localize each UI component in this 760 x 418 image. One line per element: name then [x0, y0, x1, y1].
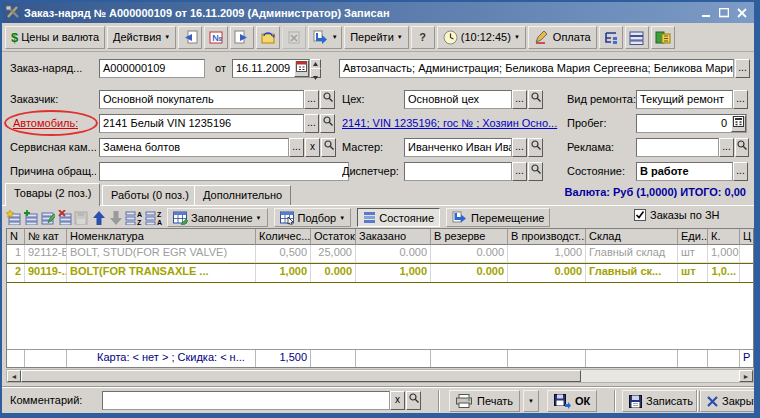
list-settings-button[interactable]	[625, 26, 649, 49]
tab-extra[interactable]: Дополнительно	[194, 185, 291, 205]
list-icon	[629, 30, 645, 45]
edit-row-button[interactable]	[39, 208, 56, 227]
next-document-button[interactable]	[230, 26, 254, 49]
edit-row-pencil-icon	[40, 210, 55, 225]
campaign-open-button[interactable]	[321, 138, 336, 157]
customer-open-button[interactable]	[320, 90, 335, 109]
calendar-button[interactable]	[294, 60, 309, 77]
dispatcher-field[interactable]	[404, 162, 512, 181]
set-number-button[interactable]: №	[204, 26, 228, 49]
calculator-icon	[733, 116, 744, 127]
delete-row-button[interactable]	[56, 208, 73, 227]
move-button[interactable]: Перемещение	[446, 208, 550, 227]
fill-button[interactable]: Заполнение▼	[167, 208, 268, 227]
previous-document-button[interactable]	[178, 26, 202, 49]
table-row[interactable]: 1 92112-B0... BOLT, STUD(FOR EGR VALVE) …	[7, 245, 754, 263]
date-spin-down[interactable]	[310, 68, 321, 78]
shop-select-button[interactable]: ...	[512, 90, 527, 109]
repair-type-select-button[interactable]: ...	[733, 90, 748, 109]
sort-asc-button[interactable]: AZ	[124, 208, 144, 227]
comment-field[interactable]	[102, 391, 390, 410]
table-row-selected[interactable]: 2 90119-... BOLT(FOR TRANSAXLE ... 1,000…	[7, 263, 754, 283]
pick-button[interactable]: Подбор▼	[274, 208, 352, 227]
master-open-button[interactable]	[528, 138, 543, 157]
reason-field[interactable]	[99, 162, 349, 181]
master-field[interactable]: Иванченко Иван Иванов	[404, 138, 512, 157]
organization-field[interactable]: Автозапчасть; Администрация; Беликова Ма…	[339, 59, 734, 78]
campaign-select-button[interactable]: ...	[289, 138, 304, 157]
move-up-button[interactable]	[90, 208, 107, 227]
state-select-button[interactable]: ...	[733, 162, 748, 181]
help-button[interactable]: ?	[411, 26, 435, 49]
arrow-down-icon	[110, 211, 122, 225]
tab-works[interactable]: Работы (0 поз.)	[102, 185, 198, 205]
minimize-button[interactable]	[698, 6, 714, 20]
related-documents-button[interactable]	[651, 26, 675, 49]
ads-field[interactable]	[636, 138, 719, 157]
copy-row-button[interactable]	[22, 208, 39, 227]
scroll-left-button[interactable]: ◄	[7, 370, 21, 382]
car-info-link[interactable]: 2141; VIN 1235196; гос № ; Хозяин Осно..…	[342, 114, 562, 133]
shop-open-button[interactable]	[528, 90, 543, 109]
maximize-button[interactable]	[716, 6, 732, 20]
dispatcher-open-button[interactable]	[528, 162, 543, 181]
doc-arrow-left-icon	[182, 30, 198, 45]
checkbox-checked-icon	[634, 209, 646, 221]
car-open-button[interactable]	[320, 114, 335, 133]
ok-button[interactable]: ОК	[547, 390, 597, 412]
calendar-icon	[296, 61, 307, 72]
scroll-right-button[interactable]: ►	[739, 370, 753, 382]
actions-button[interactable]: Действия▼	[107, 26, 176, 49]
move-down-button[interactable]	[107, 208, 124, 227]
magnifier-icon	[409, 393, 419, 403]
time-button[interactable]: (10:12:45)▼	[437, 26, 526, 49]
service-campaign-field[interactable]: Замена болтов	[99, 138, 289, 157]
orders-checkbox-group[interactable]: Заказы по ЗН	[634, 209, 720, 221]
sort-desc-button[interactable]: ZA	[144, 208, 164, 227]
state-button[interactable]: Состояние	[357, 208, 440, 227]
car-field[interactable]: 2141 Белый VIN 1235196	[99, 114, 304, 133]
shop-field[interactable]: Основной цех	[404, 90, 512, 109]
structure-button[interactable]	[599, 26, 623, 49]
save-button[interactable]: Записать	[622, 390, 700, 412]
customer-field[interactable]: Основной покупатель	[99, 90, 304, 109]
goto-button[interactable]: Перейти▼	[344, 26, 409, 49]
number-icon: №	[208, 30, 224, 45]
order-number-field[interactable]: А000000109	[99, 59, 205, 78]
customer-label: Заказчик:	[10, 90, 96, 109]
h-scrollbar[interactable]: ◄ ►	[6, 369, 754, 383]
tab-goods[interactable]: Товары (2 поз.)	[5, 183, 100, 206]
add-row-button[interactable]	[5, 208, 22, 227]
customer-select-button[interactable]: ...	[304, 90, 319, 109]
campaign-clear-button[interactable]: x	[305, 138, 320, 157]
close-button[interactable]	[734, 6, 750, 20]
ads-open-button[interactable]	[735, 138, 749, 157]
prices-currency-button[interactable]: $ Цены и валюта	[5, 26, 105, 49]
comment-label: Комментарий:	[10, 391, 82, 410]
table-header-row[interactable]: N № кат Номенклатура Количес... Остаток …	[7, 229, 754, 245]
subordination-button[interactable]: ▼	[308, 26, 342, 49]
scrollbar-thumb[interactable]	[21, 370, 581, 382]
payment-button[interactable]: Оплата	[528, 26, 597, 49]
mileage-calc-button[interactable]	[731, 115, 746, 132]
organization-select-button[interactable]: ...	[735, 59, 750, 78]
magnifier-icon	[531, 164, 541, 174]
print-dropdown-button[interactable]: ▼	[523, 390, 539, 412]
related-documents-icon	[655, 30, 671, 45]
dispatcher-select-button[interactable]: ...	[512, 162, 527, 181]
window-title: Заказ-наряд № А000000109 от 16.11.2009 (…	[24, 7, 696, 19]
comment-clear-button[interactable]: x	[390, 391, 405, 410]
car-select-button[interactable]: ...	[304, 114, 319, 133]
print-button[interactable]: Печать	[449, 390, 520, 412]
repair-type-field[interactable]: Текущий ремонт	[636, 90, 733, 109]
comment-open-button[interactable]	[406, 391, 421, 410]
transfer-icon	[452, 211, 468, 225]
state-field[interactable]: В работе	[636, 162, 733, 181]
post-document-icon	[260, 30, 276, 45]
close-window-button[interactable]: Закрыть	[700, 390, 760, 412]
tab-divider	[2, 205, 754, 206]
shop-label: Цех:	[342, 90, 365, 109]
ads-select-button[interactable]: ...	[719, 138, 734, 157]
master-select-button[interactable]: ...	[512, 138, 527, 157]
post-document-button[interactable]	[256, 26, 280, 49]
